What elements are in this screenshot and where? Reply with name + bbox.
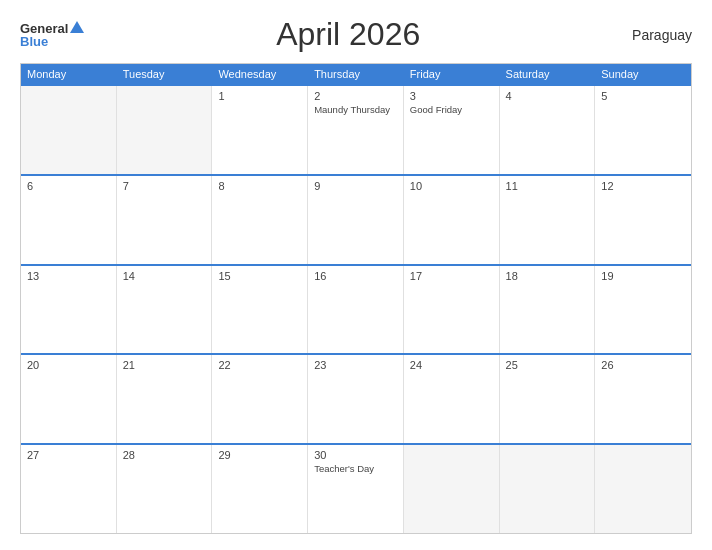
- day-number: 17: [410, 270, 493, 282]
- calendar-cell: 26: [595, 355, 691, 443]
- day-number: 6: [27, 180, 110, 192]
- calendar-cell: 17: [404, 266, 500, 354]
- header: General Blue April 2026 Paraguay: [20, 16, 692, 53]
- day-number: 3: [410, 90, 493, 102]
- day-number: 5: [601, 90, 685, 102]
- calendar-cell: [595, 445, 691, 533]
- calendar-cell: 10: [404, 176, 500, 264]
- weekday-header: Tuesday: [117, 64, 213, 84]
- calendar-cell: 14: [117, 266, 213, 354]
- calendar-cell: 28: [117, 445, 213, 533]
- day-number: 13: [27, 270, 110, 282]
- calendar-cell: 23: [308, 355, 404, 443]
- calendar-cell: 9: [308, 176, 404, 264]
- calendar-cell: 24: [404, 355, 500, 443]
- day-number: 15: [218, 270, 301, 282]
- day-number: 8: [218, 180, 301, 192]
- calendar-title: April 2026: [84, 16, 612, 53]
- calendar-cell: 30Teacher's Day: [308, 445, 404, 533]
- calendar-cell: 22: [212, 355, 308, 443]
- day-number: 4: [506, 90, 589, 102]
- weekday-header: Monday: [21, 64, 117, 84]
- day-number: 24: [410, 359, 493, 371]
- calendar-row: 12Maundy Thursday3Good Friday45: [21, 84, 691, 174]
- day-number: 21: [123, 359, 206, 371]
- day-number: 7: [123, 180, 206, 192]
- calendar: MondayTuesdayWednesdayThursdayFridaySatu…: [20, 63, 692, 534]
- calendar-cell: 2Maundy Thursday: [308, 86, 404, 174]
- event-label: Teacher's Day: [314, 463, 397, 475]
- event-label: Maundy Thursday: [314, 104, 397, 116]
- day-number: 26: [601, 359, 685, 371]
- calendar-cell: 1: [212, 86, 308, 174]
- day-number: 23: [314, 359, 397, 371]
- day-number: 25: [506, 359, 589, 371]
- logo-blue-text: Blue: [20, 35, 48, 48]
- calendar-cell: 29: [212, 445, 308, 533]
- calendar-body: 12Maundy Thursday3Good Friday45678910111…: [21, 84, 691, 533]
- weekday-header: Friday: [404, 64, 500, 84]
- day-number: 11: [506, 180, 589, 192]
- calendar-cell: 16: [308, 266, 404, 354]
- day-number: 2: [314, 90, 397, 102]
- calendar-cell: 7: [117, 176, 213, 264]
- calendar-row: 27282930Teacher's Day: [21, 443, 691, 533]
- day-number: 1: [218, 90, 301, 102]
- calendar-cell: 11: [500, 176, 596, 264]
- day-number: 18: [506, 270, 589, 282]
- calendar-cell: [500, 445, 596, 533]
- logo-general-text: General: [20, 22, 68, 35]
- day-number: 28: [123, 449, 206, 461]
- calendar-cell: 20: [21, 355, 117, 443]
- calendar-row: 6789101112: [21, 174, 691, 264]
- weekday-header: Thursday: [308, 64, 404, 84]
- calendar-cell: [21, 86, 117, 174]
- day-number: 22: [218, 359, 301, 371]
- day-number: 10: [410, 180, 493, 192]
- day-number: 19: [601, 270, 685, 282]
- day-number: 12: [601, 180, 685, 192]
- calendar-row: 20212223242526: [21, 353, 691, 443]
- calendar-cell: 13: [21, 266, 117, 354]
- calendar-cell: 3Good Friday: [404, 86, 500, 174]
- day-number: 29: [218, 449, 301, 461]
- calendar-row: 13141516171819: [21, 264, 691, 354]
- calendar-cell: 15: [212, 266, 308, 354]
- day-number: 14: [123, 270, 206, 282]
- calendar-cell: 27: [21, 445, 117, 533]
- weekday-header: Sunday: [595, 64, 691, 84]
- calendar-cell: 8: [212, 176, 308, 264]
- event-label: Good Friday: [410, 104, 493, 116]
- weekday-header: Saturday: [500, 64, 596, 84]
- calendar-cell: 12: [595, 176, 691, 264]
- calendar-cell: 5: [595, 86, 691, 174]
- calendar-cell: 18: [500, 266, 596, 354]
- day-number: 9: [314, 180, 397, 192]
- calendar-header: MondayTuesdayWednesdayThursdayFridaySatu…: [21, 64, 691, 84]
- weekday-header: Wednesday: [212, 64, 308, 84]
- day-number: 20: [27, 359, 110, 371]
- calendar-cell: [117, 86, 213, 174]
- logo-triangle-icon: [70, 21, 84, 33]
- calendar-cell: 4: [500, 86, 596, 174]
- day-number: 30: [314, 449, 397, 461]
- calendar-cell: [404, 445, 500, 533]
- day-number: 27: [27, 449, 110, 461]
- logo: General Blue: [20, 22, 84, 48]
- calendar-cell: 21: [117, 355, 213, 443]
- day-number: 16: [314, 270, 397, 282]
- calendar-cell: 19: [595, 266, 691, 354]
- country-label: Paraguay: [612, 27, 692, 43]
- page: General Blue April 2026 Paraguay MondayT…: [0, 0, 712, 550]
- calendar-cell: 6: [21, 176, 117, 264]
- calendar-cell: 25: [500, 355, 596, 443]
